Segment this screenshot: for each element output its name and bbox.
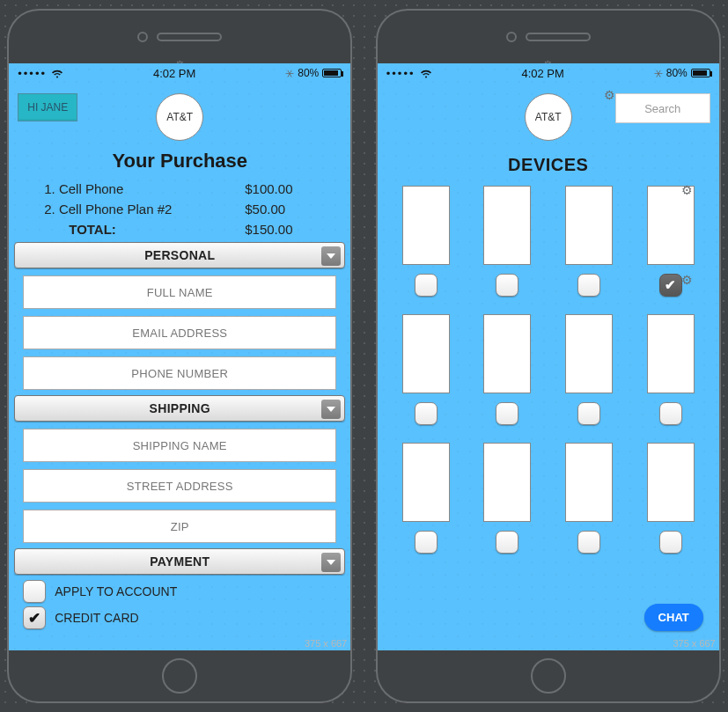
line-item: 1. Cell Phone $100.00 — [44, 181, 315, 196]
checkbox[interactable] — [659, 402, 682, 425]
speaker-icon — [526, 33, 591, 41]
device-card[interactable] — [565, 186, 613, 265]
brand-logo[interactable]: AT&T — [525, 93, 572, 141]
page-title: DEVICES — [378, 155, 719, 175]
greeting-badge[interactable]: HI JANE — [18, 93, 77, 121]
camera-icon — [137, 32, 148, 42]
device-select-row — [402, 531, 695, 554]
shipping-name-field[interactable]: SHIPPING NAME — [23, 429, 336, 462]
device-card[interactable] — [565, 314, 613, 393]
device-card[interactable] — [483, 314, 531, 393]
phone-top-bezel — [376, 9, 721, 63]
section-payment[interactable]: PAYMENT — [14, 548, 345, 575]
payment-option-credit: CREDIT CARD — [9, 603, 350, 629]
bluetooth-icon: ⚹ — [285, 67, 294, 79]
option-label: CREDIT CARD — [55, 611, 138, 625]
canvas-dims: 375 x 667 — [305, 638, 347, 649]
device-card[interactable] — [402, 314, 450, 393]
battery-icon — [691, 69, 710, 77]
device-card[interactable] — [647, 314, 695, 393]
checkbox[interactable] — [659, 531, 682, 554]
chevron-down-icon[interactable] — [321, 553, 341, 572]
section-label: SHIPPING — [150, 401, 210, 415]
phone-field[interactable]: PHONE NUMBER — [23, 356, 336, 390]
checkbox[interactable] — [577, 531, 600, 554]
device-row — [402, 443, 695, 522]
status-bar: ••••• 4:02 PM ⚹ 80% — [9, 63, 350, 83]
device-card[interactable] — [647, 443, 695, 522]
total-row: TOTAL: $150.00 — [44, 222, 315, 237]
device-row — [402, 314, 695, 393]
payment-option-account: APPLY TO ACCOUNT — [9, 575, 350, 603]
zip-field[interactable]: ZIP — [23, 510, 336, 543]
phone-bottom-bezel — [376, 650, 721, 703]
checkbox[interactable] — [496, 274, 518, 297]
battery-pct: 80% — [666, 67, 688, 79]
device-select-row — [402, 274, 695, 297]
canvas-dims: 375 x 667 — [673, 638, 715, 649]
status-time: 4:02 PM — [63, 67, 285, 80]
email-field[interactable]: EMAIL ADDRESS — [23, 316, 336, 349]
phone-top-bezel — [7, 9, 352, 63]
chevron-down-icon[interactable] — [321, 400, 341, 419]
device-card[interactable] — [483, 443, 531, 522]
home-button-icon — [531, 658, 566, 694]
checkbox[interactable] — [23, 580, 46, 603]
street-field[interactable]: STREET ADDRESS — [23, 469, 336, 503]
device-card[interactable] — [402, 186, 450, 265]
status-time: 4:02 PM — [432, 67, 654, 80]
wifi-icon — [420, 69, 432, 78]
battery-icon — [322, 69, 342, 77]
checkbox[interactable] — [577, 402, 600, 425]
checkbox[interactable] — [415, 531, 438, 554]
battery-pct: 80% — [298, 67, 319, 79]
wifi-icon — [51, 69, 63, 78]
device-card[interactable] — [647, 186, 695, 265]
checkbox[interactable] — [659, 274, 682, 297]
chat-button[interactable]: CHAT — [644, 604, 703, 631]
signal-icon: ••••• — [386, 67, 415, 80]
option-label: APPLY TO ACCOUNT — [55, 584, 177, 598]
brand-logo[interactable]: AT&T — [156, 93, 203, 141]
bluetooth-icon: ⚹ — [654, 67, 663, 79]
home-button-icon — [162, 658, 197, 694]
section-personal[interactable]: PERSONAL — [14, 242, 345, 268]
checkbox[interactable] — [577, 274, 600, 297]
section-shipping[interactable]: SHIPPING — [14, 395, 345, 422]
device-row — [402, 186, 695, 265]
phone-bottom-bezel — [7, 650, 352, 703]
device-card[interactable] — [402, 443, 450, 522]
signal-icon: ••••• — [18, 67, 47, 80]
checkbox[interactable] — [496, 402, 518, 425]
section-label: PAYMENT — [150, 554, 210, 569]
device-card[interactable] — [483, 186, 531, 265]
line-items: 1. Cell Phone $100.00 2. Cell Phone Plan… — [9, 181, 350, 237]
checkbox[interactable] — [23, 606, 46, 629]
device-select-row — [402, 402, 695, 425]
checkbox[interactable] — [415, 402, 438, 425]
camera-icon — [506, 32, 517, 42]
line-item: 2. Cell Phone Plan #2 $50.00 — [44, 202, 315, 217]
page-title: Your Purchase — [9, 150, 350, 172]
speaker-icon — [157, 33, 222, 41]
checkbox[interactable] — [496, 531, 518, 554]
status-bar: ••••• 4:02 PM ⚹ 80% — [378, 63, 719, 83]
chevron-down-icon[interactable] — [321, 246, 341, 266]
full-name-field[interactable]: FULL NAME — [23, 275, 336, 309]
device-card[interactable] — [565, 443, 613, 522]
checkbox[interactable] — [415, 274, 438, 297]
section-label: PERSONAL — [144, 248, 215, 262]
